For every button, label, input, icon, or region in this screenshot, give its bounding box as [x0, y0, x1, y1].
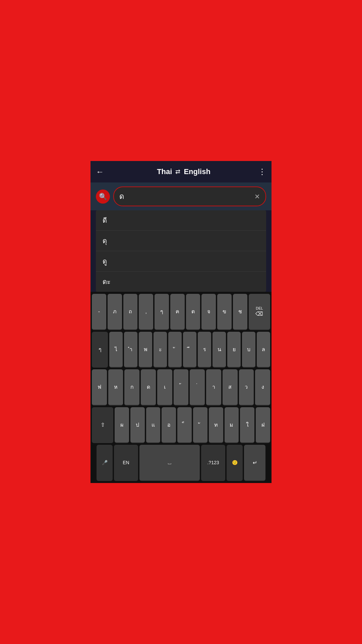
key-pho[interactable]: พ — [139, 332, 152, 368]
suggestion-item[interactable]: ดะ — [96, 272, 266, 292]
key-o[interactable]: อ — [162, 407, 176, 443]
key-tha[interactable]: ถ — [123, 294, 138, 330]
key-do[interactable]: ด — [141, 369, 156, 406]
target-language: English — [184, 167, 210, 176]
header-title: Thai ⇄ English — [109, 167, 258, 176]
search-area: 🔍 ด ✕ — [90, 182, 272, 210]
delete-button[interactable]: DEL ⌫ — [249, 294, 270, 330]
key-mai-tri[interactable]: ั — [193, 407, 207, 443]
key-mai-noi[interactable]: ใ — [240, 407, 254, 443]
key-sara-a[interactable]: ะ — [154, 332, 167, 368]
keyboard-row-2: ๆ ไ ำ พ ะ ั ี ร น ย บ ล — [92, 332, 270, 368]
key-fo[interactable]: ฟ — [92, 369, 107, 406]
key-sara-e[interactable]: เ — [157, 369, 172, 406]
key-no[interactable]: น — [213, 332, 226, 368]
keyboard-row-1: - ภ ถ , ๆ ค ต จ ข ช DEL ⌫ — [92, 294, 270, 330]
suggestion-item[interactable]: ดุ — [96, 231, 266, 251]
keyboard: - ภ ถ , ๆ ค ต จ ข ช DEL ⌫ ๆ ไ ำ พ ะ ั — [90, 292, 272, 483]
key-mai-yamok[interactable]: ๆ — [155, 294, 169, 330]
key-mai-ek-special[interactable]: ๆ — [92, 332, 108, 368]
key-mai-han-akat[interactable]: ั — [168, 332, 182, 368]
back-button[interactable]: ← — [96, 167, 104, 176]
key-mai-tai-khu[interactable]: ็ — [177, 407, 192, 443]
key-dash[interactable]: - — [92, 294, 106, 330]
key-sara-aa[interactable]: า — [206, 369, 221, 406]
key-ko[interactable]: ก — [124, 369, 139, 406]
key-mai-malai[interactable]: ไ — [109, 332, 123, 368]
key-cho-chang[interactable]: ช — [233, 294, 247, 330]
search-icon: 🔍 — [99, 193, 107, 201]
header: ← Thai ⇄ English ⋮ — [90, 161, 272, 182]
key-lo[interactable]: ล — [257, 332, 270, 368]
key-mo[interactable]: ม — [225, 407, 239, 443]
language-switch-button[interactable]: EN — [114, 445, 138, 481]
key-mai-ek[interactable]: ่ — [190, 369, 205, 406]
key-khai[interactable]: ข — [217, 294, 232, 330]
key-sara-ii[interactable]: ี — [183, 332, 196, 368]
suggestion-item[interactable]: ดู — [96, 251, 266, 272]
key-bo[interactable]: บ — [242, 332, 255, 368]
key-ho[interactable]: ห — [108, 369, 123, 406]
suggestion-item[interactable]: ดี — [96, 210, 266, 231]
more-button[interactable]: ⋮ — [258, 167, 266, 176]
key-cho[interactable]: จ — [201, 294, 216, 330]
key-ro[interactable]: ร — [198, 332, 211, 368]
keyboard-row-4: ⇧ ผ ป แ อ ็ ั ท ม ใ ฝ — [92, 407, 270, 443]
emoji-button[interactable]: 🙂 — [227, 445, 243, 481]
suggestions-list: ดี ดุ ดู ดะ — [96, 210, 266, 292]
key-mai-tho[interactable]: ้ — [174, 369, 189, 406]
search-icon-wrapper: 🔍 — [96, 190, 110, 204]
key-sara-am[interactable]: ำ — [124, 332, 137, 368]
key-to[interactable]: ต — [186, 294, 200, 330]
swap-icon[interactable]: ⇄ — [175, 168, 180, 175]
key-fo-fa[interactable]: ฝ — [256, 407, 270, 443]
key-so[interactable]: ส — [223, 369, 238, 406]
key-kho[interactable]: ค — [170, 294, 185, 330]
key-comma[interactable]: , — [139, 294, 153, 330]
shift-button[interactable]: ⇧ — [92, 407, 113, 443]
mic-button[interactable]: 🎤 — [97, 445, 113, 481]
source-language: Thai — [157, 167, 172, 176]
enter-button[interactable]: ↵ — [244, 445, 265, 481]
keyboard-row-3: ฟ ห ก ด เ ้ ่ า ส ว ง — [92, 369, 270, 406]
clear-button[interactable]: ✕ — [254, 193, 260, 201]
key-tho[interactable]: ท — [209, 407, 223, 443]
key-pha[interactable]: ภ — [108, 294, 122, 330]
key-po[interactable]: ป — [130, 407, 145, 443]
key-wo[interactable]: ว — [239, 369, 254, 406]
keyboard-row-5: 🎤 EN ⎵ .?123 🙂 ↵ — [92, 445, 270, 481]
number-switch-button[interactable]: .?123 — [201, 445, 225, 481]
space-key[interactable]: ⎵ — [139, 445, 200, 481]
key-yo[interactable]: ย — [227, 332, 241, 368]
search-input[interactable]: ด — [119, 191, 252, 202]
search-box[interactable]: ด ✕ — [113, 186, 266, 206]
key-pho-phung[interactable]: ผ — [115, 407, 129, 443]
key-ngo[interactable]: ง — [255, 369, 270, 406]
key-sara-ae[interactable]: แ — [146, 407, 161, 443]
phone-container: ← Thai ⇄ English ⋮ 🔍 ด ✕ ดี ดุ ดู ดะ - ภ — [90, 161, 272, 483]
